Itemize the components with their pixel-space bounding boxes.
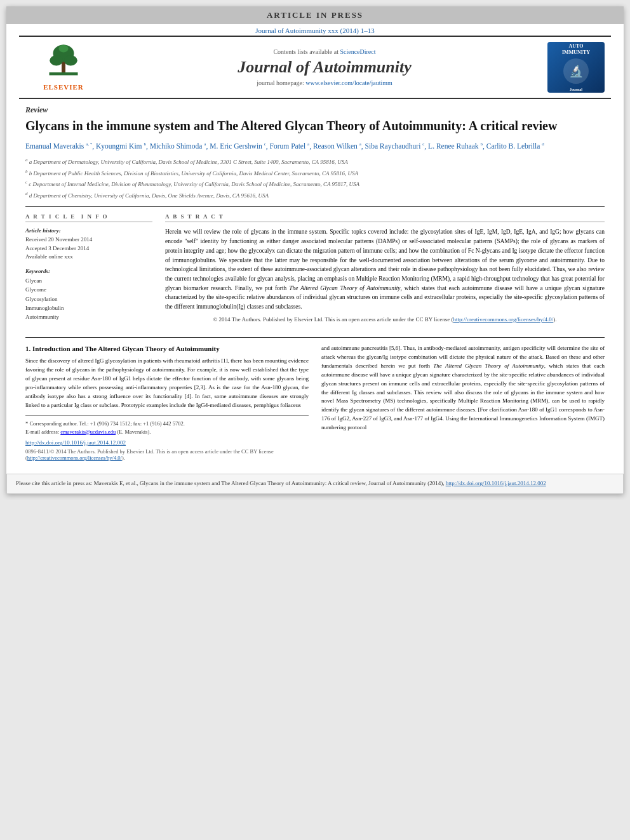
svg-point-5 xyxy=(59,45,69,53)
homepage-label: journal homepage: xyxy=(257,79,304,86)
article-info-column: A R T I C L E I N F O Article history: R… xyxy=(25,213,152,328)
contents-available: Contents lists available at ScienceDirec… xyxy=(102,48,547,55)
article-info-header: A R T I C L E I N F O xyxy=(25,213,152,222)
affiliations: a a Department of Dermatology, Universit… xyxy=(25,157,605,200)
citation-doi-link[interactable]: http://dx.doi.org/10.1016/j.jaut.2014.12… xyxy=(446,480,546,486)
received-date: Received 20 November 2014 xyxy=(25,236,152,244)
email-link[interactable]: emaverakis@ucdavis.edu xyxy=(60,429,116,435)
homepage-label-text: journal homepage: www.elsevier.com/locat… xyxy=(102,79,547,86)
authors-line: Emanual Maverakis a, *, Kyoungmi Kim b, … xyxy=(25,140,605,152)
affiliation-d: d d Department of Chemistry, University … xyxy=(25,190,605,201)
available-date: Available online xxx xyxy=(25,253,152,262)
cc-license-link[interactable]: http://creativecommons.org/licenses/by/4… xyxy=(453,316,553,323)
citation-please-text: Please cite this article in press as: Ma… xyxy=(16,480,446,486)
keyword-autoimmunity: Autoimmunity xyxy=(25,312,152,321)
abstract-text: Herein we will review the role of glycan… xyxy=(165,227,605,311)
affiliation-c: c c Department of Internal Medicine, Div… xyxy=(25,179,605,189)
homepage-url-text: www.elsevier.com/locate/jautimm xyxy=(305,79,392,86)
banner-text: ARTICLE IN PRESS xyxy=(267,10,363,20)
issn-line: 0896-8411/© 2014 The Authors. Published … xyxy=(25,448,309,461)
logo-subtitle-text: Journal xyxy=(570,88,582,91)
article-in-press-banner: ARTICLE IN PRESS xyxy=(6,6,624,24)
doi-url: http://dx.doi.org/10.1016/j.jaut.2014.12… xyxy=(25,439,126,446)
autoimmunity-journal-logo: AUTOIMMUNITY 🔬 Journal xyxy=(547,42,605,93)
journal-citation-text: Journal of Autoimmunity xxx (2014) 1–13 xyxy=(255,27,374,34)
body-section: 1. Introduction and The Altered Glycan T… xyxy=(25,337,605,461)
sciencedirect-text: ScienceDirect xyxy=(340,48,375,55)
abstract-header: A B S T R A C T xyxy=(165,213,605,222)
contents-label: Contents lists available at xyxy=(273,48,338,55)
body-right-column: and autoimmune pancreatitis [5,6]. Thus,… xyxy=(321,344,605,461)
journal-title-section: Contents lists available at ScienceDirec… xyxy=(102,48,547,86)
section1-left-text: Since the discovery of altered IgG glyco… xyxy=(25,357,309,410)
keyword-glycan: Glycan xyxy=(25,276,152,285)
citation-bar: Please cite this article in press as: Ma… xyxy=(6,474,624,494)
copyright-line: © 2014 The Authors. Published by Elsevie… xyxy=(165,316,605,324)
page: ARTICLE IN PRESS Journal of Autoimmunity… xyxy=(6,6,624,494)
sciencedirect-link[interactable]: ScienceDirect xyxy=(340,48,375,55)
article-title: Glycans in the immune system and The Alt… xyxy=(25,117,605,134)
elsevier-text: ELSEVIER xyxy=(43,83,84,91)
svg-point-4 xyxy=(64,55,77,66)
email-label: E-mail address: xyxy=(25,429,59,435)
keywords-group: Keywords: Glycan Glycome Glycosylation I… xyxy=(25,268,152,322)
body-left-column: 1. Introduction and The Altered Glycan T… xyxy=(25,344,309,461)
doi-link[interactable]: http://dx.doi.org/10.1016/j.jaut.2014.12… xyxy=(25,439,309,446)
journal-name: Journal of Autoimmunity xyxy=(102,58,547,77)
homepage-url[interactable]: www.elsevier.com/locate/jautimm xyxy=(305,79,392,86)
journal-header: ELSEVIER Contents lists available at Sci… xyxy=(19,36,611,99)
article-type-label: Review xyxy=(25,105,605,115)
section1-title: 1. Introduction and The Altered Glycan T… xyxy=(25,344,309,353)
abstract-column: A B S T R A C T Herein we will review th… xyxy=(165,213,605,328)
corresponding-author-note: * Corresponding author. Tel.: +1 (916) 7… xyxy=(25,415,309,436)
email-address: emaverakis@ucdavis.edu xyxy=(60,429,116,435)
history-label: Article history: xyxy=(25,227,152,234)
elsevier-tree-icon xyxy=(44,44,83,82)
main-content: Review Glycans in the immune system and … xyxy=(6,99,624,467)
svg-rect-0 xyxy=(50,72,78,76)
email-line: E-mail address: emaverakis@ucdavis.edu (… xyxy=(25,428,309,436)
keyword-glycosylation: Glycosylation xyxy=(25,295,152,303)
article-history-group: Article history: Received 20 November 20… xyxy=(25,227,152,262)
logo-circle-icon: 🔬 xyxy=(563,58,589,84)
email-suffix: (E. Maverakis). xyxy=(117,429,151,435)
affiliation-a: a a Department of Dermatology, Universit… xyxy=(25,157,605,167)
svg-point-3 xyxy=(50,55,63,66)
issn-cc-link[interactable]: http://creativecommons.org/licenses/by/4… xyxy=(27,455,122,461)
elsevier-logo: ELSEVIER xyxy=(25,44,102,91)
keywords-label: Keywords: xyxy=(25,268,152,274)
article-info-abstract-section: A R T I C L E I N F O Article history: R… xyxy=(25,206,605,328)
affiliation-b: b b Department of Public Health Sciences… xyxy=(25,168,605,178)
keyword-glycome: Glycome xyxy=(25,285,152,294)
logo-title-text: AUTOIMMUNITY xyxy=(562,43,590,55)
section1-right-text: and autoimmune pancreatitis [5,6]. Thus,… xyxy=(321,344,605,432)
accepted-date: Accepted 3 December 2014 xyxy=(25,244,152,253)
corresponding-author-text: * Corresponding author. Tel.: +1 (916) 7… xyxy=(25,420,309,428)
journal-citation: Journal of Autoimmunity xxx (2014) 1–13 xyxy=(6,24,624,36)
keyword-immunoglobulin: Immunoglobulin xyxy=(25,303,152,312)
